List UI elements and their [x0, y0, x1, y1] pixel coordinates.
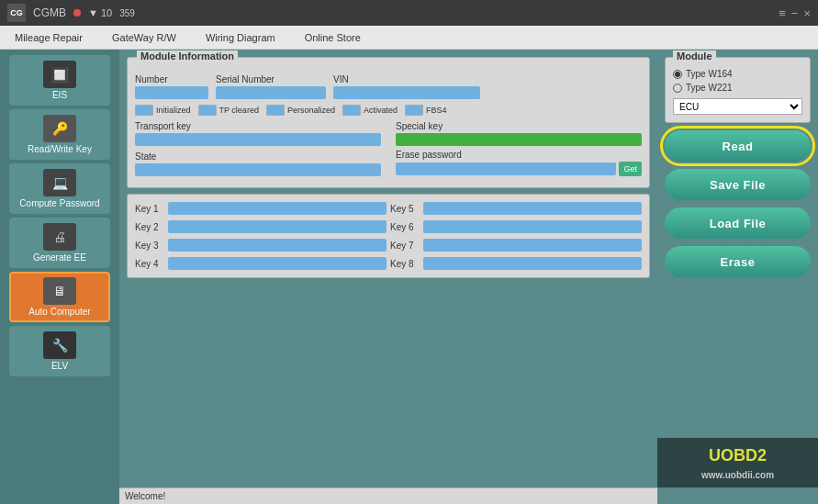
- generateee-icon: 🖨: [43, 223, 76, 251]
- special-label: Special key: [396, 121, 642, 131]
- menu-wiring-diagram[interactable]: Wiring Diagram: [200, 30, 281, 45]
- sidebar-item-autocomputer[interactable]: 🖥 Auto Computer: [9, 272, 110, 322]
- key-label-5: Key 5: [390, 204, 420, 214]
- menu-online-store[interactable]: Online Store: [299, 30, 366, 45]
- sidebar-item-readwrite[interactable]: 🔑 Read/Write Key: [9, 109, 110, 160]
- radio-dot-w221: [673, 84, 682, 93]
- key-input-1[interactable]: [168, 202, 387, 215]
- menu-icon[interactable]: ≡: [779, 6, 786, 20]
- serial-input[interactable]: [216, 86, 326, 99]
- erase-input[interactable]: [396, 162, 616, 175]
- special-input[interactable]: [396, 133, 642, 146]
- key-input-7[interactable]: [423, 239, 642, 252]
- flag-box-initialized: [135, 105, 153, 116]
- window-controls[interactable]: ≡ − ×: [779, 6, 811, 20]
- flag-personalized: Personalized: [266, 105, 335, 116]
- transport-input[interactable]: [135, 133, 381, 146]
- key-input-6[interactable]: [423, 220, 642, 233]
- read-button[interactable]: Read: [665, 130, 811, 162]
- key-label-6: Key 6: [390, 222, 420, 232]
- right-panel: Module Type W164 Type W221 ECU TCU ABS: [657, 50, 818, 504]
- erase-button[interactable]: Erase: [665, 246, 811, 277]
- sidebar-label-elv: ELV: [51, 361, 68, 371]
- sidebar-item-generateee[interactable]: 🖨 Generate EE: [9, 218, 110, 268]
- transport-special-row: Transport key Special key: [135, 121, 642, 146]
- get-button[interactable]: Get: [619, 162, 642, 176]
- radio-w221[interactable]: Type W221: [673, 83, 802, 93]
- vin-input[interactable]: [333, 86, 480, 99]
- key-row-3: Key 3: [135, 239, 387, 252]
- minimize-icon[interactable]: −: [791, 6, 799, 20]
- state-col: State: [135, 151, 381, 176]
- title-bar: CG CGMB ▼ 10 359 ≡ − ×: [0, 0, 818, 26]
- module-info-box: Module Information Number Serial Number …: [127, 57, 650, 188]
- keys-left: Key 1 Key 2 Key 3 Key 4: [135, 202, 387, 270]
- flag-tpcleared: TP cleared: [198, 105, 259, 116]
- sidebar-item-eis[interactable]: 🔲 EIS: [9, 55, 110, 106]
- readwrite-icon: 🔑: [43, 115, 76, 142]
- key-input-2[interactable]: [168, 220, 387, 233]
- key-row-1: Key 1: [135, 202, 387, 215]
- flag-label-initialized: Initialized: [156, 106, 191, 115]
- wifi-icon: ▼ 10: [88, 7, 112, 18]
- status-bar: Welcome!: [119, 487, 657, 504]
- erase-col: Erase password Get: [396, 150, 642, 176]
- menu-mileage-repair[interactable]: Mileage Repair: [9, 30, 88, 45]
- flag-box-fbs4: [405, 105, 423, 116]
- key-input-8[interactable]: [423, 257, 642, 270]
- save-file-button[interactable]: Save File: [665, 169, 811, 200]
- flag-label-activated: Activated: [364, 106, 398, 115]
- module-box: Module Type W164 Type W221 ECU TCU ABS: [665, 57, 811, 123]
- dropdown-row: ECU TCU ABS: [673, 98, 802, 115]
- state-erase-row: State Erase password Get: [135, 150, 642, 176]
- state-input[interactable]: [135, 163, 381, 176]
- key-label-4: Key 4: [135, 259, 164, 269]
- close-icon[interactable]: ×: [803, 6, 811, 20]
- flags-row: Initialized TP cleared Personalized Acti…: [135, 105, 642, 116]
- vin-group: VIN: [333, 74, 480, 99]
- transport-label: Transport key: [135, 121, 381, 131]
- menu-bar: Mileage Repair GateWay R/W Wiring Diagra…: [0, 26, 818, 50]
- key-row-8: Key 8: [390, 257, 642, 270]
- sidebar: 🔲 EIS 🔑 Read/Write Key 💻 Compute Passwor…: [0, 50, 119, 504]
- center-panel: Module Information Number Serial Number …: [119, 50, 657, 504]
- sidebar-item-elv[interactable]: 🔧 ELV: [9, 326, 110, 376]
- autocomputer-icon: 🖥: [43, 277, 76, 305]
- key-label-1: Key 1: [135, 204, 164, 214]
- module-info-title: Module Information: [137, 50, 238, 62]
- erase-label: Erase password: [396, 150, 642, 160]
- sidebar-label-readwrite: Read/Write Key: [28, 144, 92, 154]
- radio-label-w221: Type W221: [686, 83, 733, 93]
- key-input-3[interactable]: [168, 239, 387, 252]
- flag-fbs4: FBS4: [405, 105, 447, 116]
- keys-right: Key 5 Key 6 Key 7 Key 8: [390, 202, 642, 270]
- radio-label-w164: Type W164: [686, 69, 733, 79]
- watermark-url: www.uobdii.com: [661, 468, 814, 482]
- load-file-button[interactable]: Load File: [665, 207, 811, 239]
- key-label-2: Key 2: [135, 222, 164, 232]
- keys-section: Key 1 Key 2 Key 3 Key 4: [127, 194, 650, 278]
- serial-label: Serial Number: [216, 74, 326, 84]
- sidebar-item-computepw[interactable]: 💻 Compute Password: [9, 163, 110, 214]
- flag-initialized: Initialized: [135, 105, 191, 116]
- flag-box-tpcleared: [198, 105, 217, 116]
- connection-dot: [73, 9, 81, 17]
- key-input-5[interactable]: [423, 202, 642, 215]
- number-label: Number: [135, 74, 208, 84]
- flag-label-personalized: Personalized: [287, 106, 335, 115]
- status-text: Welcome!: [125, 491, 165, 501]
- number-serial-vin-row: Number Serial Number VIN: [135, 74, 642, 99]
- sidebar-label-computepw: Compute Password: [19, 198, 99, 208]
- menu-gateway-rw[interactable]: GateWay R/W: [106, 30, 182, 45]
- key-input-4[interactable]: [168, 257, 387, 270]
- key-row-4: Key 4: [135, 257, 387, 270]
- radio-w164[interactable]: Type W164: [673, 69, 802, 79]
- flag-label-fbs4: FBS4: [426, 106, 447, 115]
- number-input[interactable]: [135, 86, 208, 99]
- serial-group: Serial Number: [216, 74, 326, 99]
- ecu-dropdown[interactable]: ECU TCU ABS: [673, 98, 802, 115]
- radio-group: Type W164 Type W221: [673, 69, 802, 93]
- state-label: State: [135, 151, 381, 162]
- flag-label-tpcleared: TP cleared: [219, 106, 259, 115]
- elv-icon: 🔧: [43, 331, 76, 359]
